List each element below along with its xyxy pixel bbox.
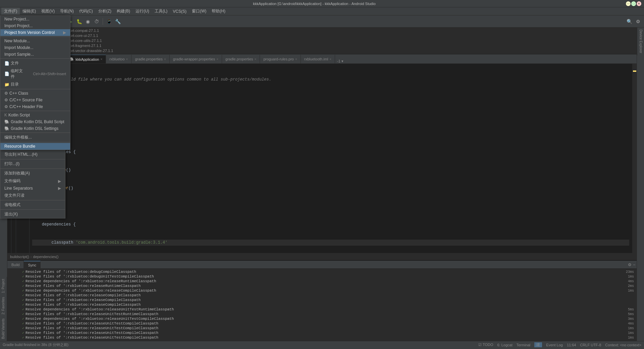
code-content[interactable]: // Top-level build file where you can ad… [30,64,632,253]
tab-gradle-wrapper-props[interactable]: gradle-wrapper.properties × [170,55,222,63]
tab-kkkApplication-close[interactable]: × [100,57,102,61]
breadcrumb-separator: › [31,255,32,259]
status-encoding[interactable]: CRLF UTF-8 [580,343,601,347]
tab-rxbluetooth-iml[interactable]: rxbluetooth.iml × [301,55,335,63]
menu-build[interactable]: 构建(B) [114,8,133,15]
file-menu-exit[interactable]: 退出(X) [0,210,65,218]
toolbar-profile-button[interactable]: ⏱ [93,17,101,26]
menu-edit[interactable]: 编辑(E) [20,8,39,15]
status-logcat[interactable]: 6: Logcat [497,343,512,347]
menu-tools[interactable]: 工具(L) [152,8,170,15]
toolbar-sdk-button[interactable]: 🔧 [114,17,122,26]
import-sample[interactable]: Import Sample... [0,51,70,58]
new-gradle-kotlin-dsl-build[interactable]: 🐘Gradle Kotlin DSL Build Script [0,118,70,125]
tab-rxbluetoo[interactable]: rxbluetoo × [106,55,131,63]
new-file[interactable]: 📄文件 [0,59,70,67]
log-line-5: ✓ Resolve dependencies of ':rxbluetoo:re… [7,288,637,293]
log-ok-icon-10: ✓ [22,312,24,316]
log-line-10: ✓ Resolve files of ':rxbluetoo:releaseUn… [7,312,637,316]
file-menu-file-encoding[interactable]: 文件编码▶ [0,177,65,185]
maximize-button[interactable]: □ [631,1,636,6]
tab-gradle-props2[interactable]: gradle.properties × [222,55,260,63]
toolbar-coverage-button[interactable]: ◉ [84,17,92,26]
menu-analyze[interactable]: 分析(Z) [96,8,114,15]
status-event-log[interactable]: Event Log [546,343,563,347]
bottom-content[interactable]: ✓ Resolve files of ':rxbluetoo:debugComp… [7,269,637,341]
tab-gradle-props2-close[interactable]: × [255,57,257,61]
status-todo[interactable]: ☑ TODO [478,343,493,347]
menu-view[interactable]: 视图(V) [39,8,57,15]
new-project[interactable]: New Project... [0,16,70,22]
left-tab-build-variants[interactable]: Build Variants [0,316,7,341]
tab-overflow[interactable]: -1 ▾ [335,59,345,63]
status-line-col[interactable]: 11:64 [567,343,576,347]
new-kotlin-script[interactable]: KKotlin Script [0,112,70,118]
left-tab-favorites[interactable]: 2: Favorites [0,295,7,316]
tab-gradle-wrapper-props-close[interactable]: × [216,57,218,61]
tree-item-5[interactable]: ▶ Gradle: com.android.support:support-ve… [7,48,637,53]
file-menu-readonly[interactable]: 使文件只读 [0,192,65,199]
left-tab-project[interactable]: 1: Project [0,277,7,295]
new-directory[interactable]: 📁目录 [0,81,70,88]
breadcrumb-part1[interactable]: buildscript() [10,255,29,259]
tree-item-3[interactable]: ▶ Gradle: com.android.support:support-co… [7,38,637,43]
toolbar-avd-button[interactable]: 📱 [105,17,113,26]
status-terminal[interactable]: Terminal [517,343,531,347]
file-menu-export-html[interactable]: 导出到 HTML...(H) [0,151,65,158]
menu-run[interactable]: 运行(U) [133,8,152,15]
status-build-tab[interactable]: 建 [534,342,542,347]
tree-item-4[interactable]: ▶ Gradle: com.android.support:support-fr… [7,43,637,48]
log-ok-icon-8: ✓ [22,303,24,307]
new-scratch[interactable]: 📄临时文件Ctrl+Alt+Shift+Insert [0,67,70,81]
tree-item-2[interactable]: ▶ Gradle: com.android.support:support-co… [7,33,637,38]
project-from-vcs[interactable]: Project from Version Control▶ [0,29,70,36]
file-menu-power-save[interactable]: 省电模式 [0,201,65,209]
tab-proguard[interactable]: proguard-rules.pro × [260,55,301,63]
bottom-tab-build[interactable]: Build [7,261,24,269]
minimize-button[interactable]: — [626,1,631,6]
window-controls: — □ ✕ [626,1,641,6]
new-cpp-class[interactable]: ⚙C++ Class [0,90,70,97]
tab-kkkApplication[interactable]: 🐘 kkkApplication × [66,55,106,63]
file-menu-add-favorites[interactable]: 添加到收藏(A) [0,169,65,177]
toolbar-settings-button[interactable]: ⚙ [634,17,642,26]
code-line-10: classpath 'com.android.tools.build:gradl… [32,240,629,246]
new-module[interactable]: New Module... [0,38,70,44]
menu-window[interactable]: 窗口(W) [189,8,209,15]
close-button[interactable]: ✕ [637,1,641,6]
file-menu-line-sep[interactable]: Line Separators▶ [0,185,65,192]
log-line-11: ✓ Resolve dependencies of ':rxbluetoo:re… [7,316,637,321]
tab-gradle-props-close[interactable]: × [164,57,166,61]
status-message: Gradle build finished in 38s (8 分钟之前) [3,342,68,347]
bottom-tab-sync[interactable]: Sync [24,261,40,269]
log-time-13: 1ms [628,327,634,330]
menu-code[interactable]: 代码(C) [76,8,96,15]
right-sidebar: Device Explorer [637,28,644,341]
menu-navigate[interactable]: 导航(N) [57,8,76,15]
right-tab-device-explorer[interactable]: Device Explorer [637,28,644,55]
file-menu-print[interactable]: 打印...(I) [0,160,65,168]
breadcrumb-part2[interactable]: dependencies() [33,255,59,259]
tab-rxbluetooth-iml-close[interactable]: × [329,57,331,61]
new-cpp-header[interactable]: ⚙C/C++ Header File [0,103,70,110]
code-editor[interactable]: 💡 ▽ ▽ ▽ ▽ 12345 678910 111213141516 [7,64,637,253]
new-cpp-source[interactable]: ⚙C/C++ Source File [0,97,70,103]
menu-help[interactable]: 帮助(H) [209,8,228,15]
menu-file[interactable]: 文件(F) [1,8,20,15]
menu-vcs[interactable]: VCS(S) [170,8,189,14]
toolbar-search-button[interactable]: 🔍 [625,17,633,26]
tab-rxbluetoo-close[interactable]: × [126,57,128,61]
log-ok-icon-2: ✓ [22,275,24,279]
toolbar-debug-button[interactable]: 🐛 [75,17,83,26]
log-text-2: Resolve files of ':rxbluetoo:debugUnitTe… [25,275,154,279]
bottom-settings-button[interactable]: ⚙ [628,262,632,267]
new-resource-bundle[interactable]: Resource Bundle [0,143,70,150]
bottom-close-button[interactable]: − [633,262,635,267]
tree-item-1[interactable]: ▶ Gradle: com.android.support:support-co… [7,28,637,33]
edit-file-templates[interactable]: 编辑文件模板... [0,134,70,141]
import-module[interactable]: Import Module... [0,44,70,51]
tab-gradle-props[interactable]: gradle.properties × [131,55,169,63]
import-project[interactable]: Import Project... [0,22,70,29]
tab-proguard-close[interactable]: × [295,57,297,61]
new-gradle-kotlin-dsl-settings[interactable]: 🐘Gradle Kotlin DSL Settings [0,125,70,132]
